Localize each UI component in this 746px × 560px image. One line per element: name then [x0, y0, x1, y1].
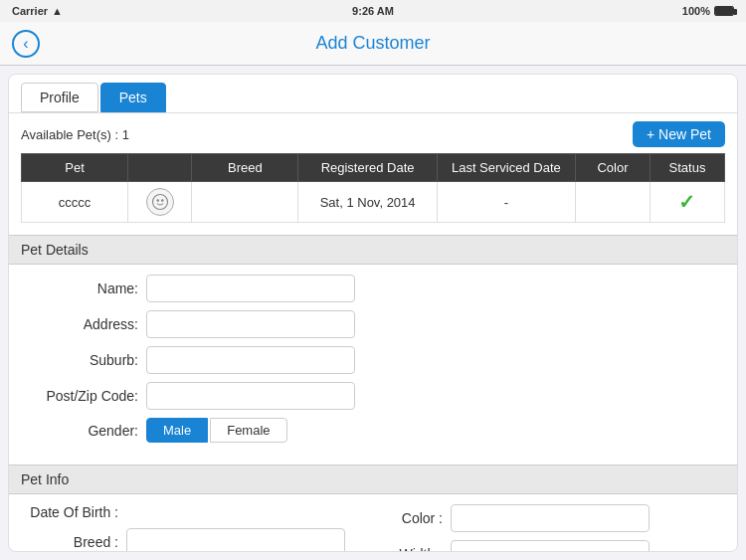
- carrier-label: Carrier: [12, 5, 48, 17]
- available-pets-text: Available Pet(s) : 1: [21, 127, 129, 142]
- dob-label: Date Of Birth :: [29, 504, 118, 520]
- status-checkmark: ✓: [678, 191, 695, 213]
- status-left: Carrier ▲: [12, 5, 63, 17]
- cell-pet-name: ccccc: [22, 182, 128, 223]
- gender-male-button[interactable]: Male: [146, 418, 208, 443]
- pet-table-area: Available Pet(s) : 1 + New Pet Pet Breed…: [9, 113, 737, 231]
- col-registered-date: Registered Date: [298, 154, 437, 182]
- pet-info-columns: Date Of Birth : Breed : Height : Weight …: [29, 504, 717, 552]
- address-label: Address:: [29, 316, 138, 332]
- breed-input[interactable]: [126, 528, 345, 552]
- name-label: Name:: [29, 280, 138, 296]
- suburb-row: Suburb:: [29, 346, 717, 374]
- pet-table-header: Available Pet(s) : 1 + New Pet: [21, 121, 725, 147]
- width-label: Width :: [373, 546, 443, 552]
- pet-info-area: Date Of Birth : Breed : Height : Weight …: [9, 494, 737, 552]
- color-input[interactable]: [451, 504, 650, 532]
- svg-point-1: [157, 200, 159, 202]
- battery-icon: [714, 6, 734, 16]
- pet-info-right: Color : Width : Photo :: [373, 504, 717, 552]
- status-right: 100%: [682, 5, 734, 17]
- postzip-row: Post/Zip Code:: [29, 382, 717, 410]
- width-row: Width :: [373, 540, 717, 552]
- cell-pet-icon: [128, 182, 192, 223]
- cell-color: [575, 182, 650, 223]
- postzip-input[interactable]: [146, 382, 355, 410]
- address-input[interactable]: [146, 310, 355, 338]
- status-bar: Carrier ▲ 9:26 AM 100%: [0, 0, 746, 22]
- name-input[interactable]: [146, 275, 355, 302]
- tabs: Profile Pets: [9, 75, 737, 113]
- col-icon: [128, 154, 192, 182]
- tab-pets[interactable]: Pets: [100, 83, 166, 112]
- col-status: Status: [650, 154, 724, 182]
- gender-label: Gender:: [29, 423, 138, 439]
- suburb-label: Suburb:: [29, 352, 138, 368]
- cell-registered-date: Sat, 1 Nov, 2014: [298, 182, 437, 223]
- new-pet-button[interactable]: + New Pet: [633, 121, 725, 147]
- nav-bar: ‹ Add Customer: [0, 22, 746, 66]
- table-header-row: Pet Breed Registered Date Last Serviced …: [22, 154, 725, 182]
- main-content: Profile Pets Available Pet(s) : 1 + New …: [8, 74, 738, 552]
- pet-info-header: Pet Info: [9, 465, 737, 494]
- gender-row: Gender: Male Female: [29, 418, 717, 443]
- pet-avatar-icon: [146, 188, 174, 216]
- battery-label: 100%: [682, 5, 710, 17]
- color-label: Color :: [373, 510, 443, 526]
- cell-status: ✓: [650, 182, 724, 223]
- svg-point-0: [152, 195, 167, 210]
- postzip-label: Post/Zip Code:: [29, 388, 138, 404]
- address-row: Address:: [29, 310, 717, 338]
- pet-details-form: Name: Address: Suburb: Post/Zip Code: Ge…: [9, 265, 737, 461]
- breed-row: Breed :: [29, 528, 373, 552]
- suburb-input[interactable]: [146, 346, 355, 374]
- col-color: Color: [575, 154, 650, 182]
- back-button[interactable]: ‹: [12, 30, 40, 58]
- col-last-serviced-date: Last Serviced Date: [437, 154, 575, 182]
- status-time: 9:26 AM: [352, 5, 394, 17]
- wifi-icon: ▲: [52, 5, 63, 17]
- tab-profile[interactable]: Profile: [21, 83, 98, 112]
- svg-point-2: [161, 200, 163, 202]
- pet-details-header: Pet Details: [9, 235, 737, 265]
- pet-table: Pet Breed Registered Date Last Serviced …: [21, 153, 725, 223]
- pet-info-left: Date Of Birth : Breed : Height : Weight …: [29, 504, 373, 552]
- color-row: Color :: [373, 504, 717, 532]
- name-row: Name:: [29, 275, 717, 302]
- cell-breed: [192, 182, 298, 223]
- cell-last-serviced-date: -: [437, 182, 575, 223]
- col-breed: Breed: [192, 154, 298, 182]
- table-row: ccccc Sat, 1 Nov, 2014: [22, 182, 725, 223]
- gender-buttons: Male Female: [146, 418, 287, 443]
- gender-female-button[interactable]: Female: [210, 418, 286, 443]
- width-input[interactable]: [451, 540, 650, 552]
- col-pet: Pet: [22, 154, 128, 182]
- dob-row: Date Of Birth :: [29, 504, 373, 520]
- breed-label: Breed :: [29, 534, 118, 550]
- page-title: Add Customer: [315, 33, 430, 54]
- back-icon: ‹: [23, 35, 28, 53]
